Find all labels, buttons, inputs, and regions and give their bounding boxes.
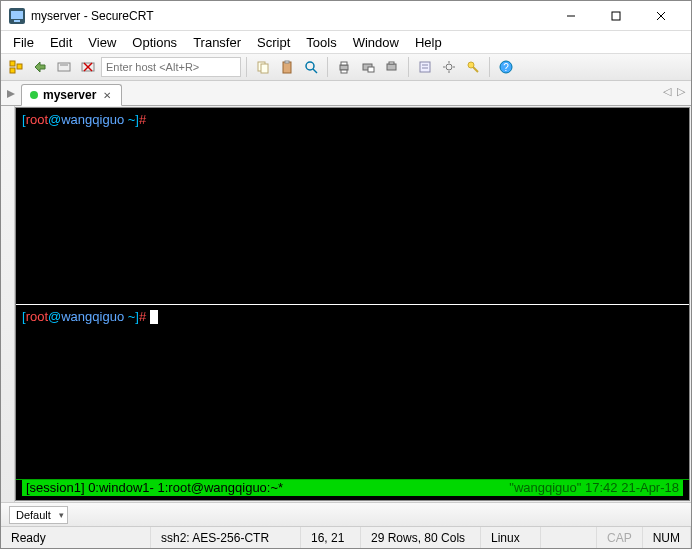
toolbar-separator xyxy=(246,57,247,77)
svg-rect-10 xyxy=(58,63,70,71)
window-title: myserver - SecureCRT xyxy=(31,9,548,23)
svg-rect-1 xyxy=(11,11,23,19)
statusbar: Ready ssh2: AES-256-CTR 16, 21 29 Rows, … xyxy=(1,526,691,548)
session-tab[interactable]: myserver ✕ xyxy=(21,84,122,106)
svg-rect-27 xyxy=(389,62,394,64)
svg-line-37 xyxy=(473,67,478,72)
menu-file[interactable]: File xyxy=(5,33,42,52)
svg-rect-18 xyxy=(285,61,289,63)
copy-icon[interactable] xyxy=(252,56,274,78)
window-buttons xyxy=(548,2,683,30)
menu-options[interactable]: Options xyxy=(124,33,185,52)
dropdown-label: Default xyxy=(16,509,51,521)
tab-next-icon[interactable]: ▷ xyxy=(677,85,685,98)
svg-rect-4 xyxy=(612,12,620,20)
status-size: 29 Rows, 80 Cols xyxy=(361,527,481,548)
svg-text:?: ? xyxy=(503,62,509,73)
settings-icon[interactable] xyxy=(438,56,460,78)
key-icon[interactable] xyxy=(462,56,484,78)
tab-nav: ◁ ▷ xyxy=(663,85,685,98)
session-toolbar: Default xyxy=(1,502,691,526)
terminal-pane: [root@wangqiguo ~]# [root@wangqiguo ~]# … xyxy=(15,107,690,501)
terminal-line: [root@wangqiguo ~]# xyxy=(22,309,683,325)
disconnect-icon[interactable] xyxy=(77,56,99,78)
svg-point-31 xyxy=(446,64,452,70)
status-pos: 16, 21 xyxy=(301,527,361,548)
svg-rect-22 xyxy=(341,62,347,65)
tmux-right: "wangqiguo" 17:42 21-Apr-18 xyxy=(509,480,679,496)
help-icon[interactable]: ? xyxy=(495,56,517,78)
pane-divider xyxy=(16,304,689,305)
tab-list-icon[interactable] xyxy=(7,83,17,105)
quick-connect-icon[interactable] xyxy=(29,56,51,78)
menu-edit[interactable]: Edit xyxy=(42,33,80,52)
svg-rect-25 xyxy=(368,67,374,72)
toolbar-separator xyxy=(327,57,328,77)
status-cap: CAP xyxy=(597,527,643,548)
status-os: Linux xyxy=(481,527,541,548)
toolbar-separator xyxy=(489,57,490,77)
menu-script[interactable]: Script xyxy=(249,33,298,52)
pane-border xyxy=(16,479,689,480)
svg-rect-7 xyxy=(10,61,15,66)
side-gutter[interactable] xyxy=(1,106,15,502)
paste-icon[interactable] xyxy=(276,56,298,78)
properties-icon[interactable] xyxy=(414,56,436,78)
host-input[interactable] xyxy=(101,57,241,77)
menu-transfer[interactable]: Transfer xyxy=(185,33,249,52)
terminal-line: [root@wangqiguo ~]# xyxy=(22,112,683,128)
status-ready: Ready xyxy=(1,527,151,548)
tmux-left: [session1] 0:window1- 1:root@wangqiguo:~… xyxy=(26,480,283,496)
svg-rect-9 xyxy=(17,64,22,69)
menubar: File Edit View Options Transfer Script T… xyxy=(1,31,691,53)
tab-close-icon[interactable]: ✕ xyxy=(101,90,113,101)
maximize-button[interactable] xyxy=(593,2,638,30)
print-icon[interactable] xyxy=(333,56,355,78)
tabbar: myserver ✕ ◁ ▷ xyxy=(1,81,691,106)
toolbar-separator xyxy=(408,57,409,77)
session-manager-icon[interactable] xyxy=(5,56,27,78)
tab-prev-icon[interactable]: ◁ xyxy=(663,85,671,98)
svg-rect-16 xyxy=(261,64,268,73)
svg-point-19 xyxy=(306,62,314,70)
menu-view[interactable]: View xyxy=(80,33,124,52)
menu-tools[interactable]: Tools xyxy=(298,33,344,52)
app-icon xyxy=(9,8,25,24)
tmux-statusbar: [session1] 0:window1- 1:root@wangqiguo:~… xyxy=(22,480,683,496)
chat-target-dropdown[interactable]: Default xyxy=(9,506,68,524)
svg-rect-21 xyxy=(340,65,348,70)
minimize-button[interactable] xyxy=(548,2,593,30)
close-button[interactable] xyxy=(638,2,683,30)
svg-line-20 xyxy=(313,69,317,73)
cursor xyxy=(150,310,158,324)
print-screen-icon[interactable] xyxy=(357,56,379,78)
menu-window[interactable]: Window xyxy=(345,33,407,52)
svg-rect-8 xyxy=(10,68,15,73)
status-num: NUM xyxy=(643,527,691,548)
terminal[interactable]: [root@wangqiguo ~]# [root@wangqiguo ~]# … xyxy=(16,108,689,500)
print-selection-icon[interactable] xyxy=(381,56,403,78)
titlebar: myserver - SecureCRT xyxy=(1,1,691,31)
svg-marker-40 xyxy=(7,90,15,98)
toolbar: ? xyxy=(1,53,691,81)
status-spacer xyxy=(541,527,597,548)
svg-rect-17 xyxy=(283,62,291,73)
svg-rect-2 xyxy=(14,20,20,22)
menu-help[interactable]: Help xyxy=(407,33,450,52)
workarea: [root@wangqiguo ~]# [root@wangqiguo ~]# … xyxy=(1,106,691,502)
find-icon[interactable] xyxy=(300,56,322,78)
connect-bar-icon[interactable] xyxy=(53,56,75,78)
svg-rect-26 xyxy=(387,64,396,70)
status-cipher: ssh2: AES-256-CTR xyxy=(151,527,301,548)
tab-label: myserver xyxy=(43,88,96,102)
svg-rect-23 xyxy=(341,70,347,73)
status-dot-icon xyxy=(30,91,38,99)
svg-rect-28 xyxy=(420,62,430,72)
